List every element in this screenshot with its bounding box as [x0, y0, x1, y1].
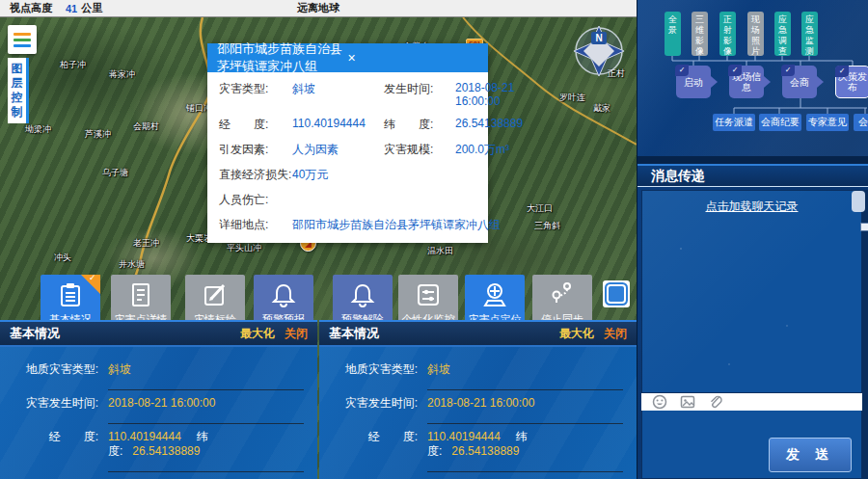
- field-value: 人为因素: [292, 142, 384, 158]
- app-window: 视点高度 41 公里 远离地球 S81 ◢ N 金紫乡柏子冲蒋家冲铺口冲坳梁冲芦…: [0, 0, 868, 479]
- view-status-bar: 视点高度 41 公里 远离地球: [0, 0, 637, 17]
- chat-history-area[interactable]: 点击加载聊天记录: [641, 190, 862, 393]
- map-place-label: 大江口: [527, 204, 553, 213]
- workflow-node-site-info[interactable]: ✓ 现场信息: [729, 66, 764, 98]
- popup-title: 邵阳市城步苗族自治县茅坪镇谭家冲八组: [217, 40, 346, 75]
- smiley-icon[interactable]: [652, 394, 667, 410]
- close-icon[interactable]: ×: [346, 50, 479, 66]
- box-select-button[interactable]: [603, 280, 630, 307]
- bell-icon: [349, 281, 376, 308]
- layer-chip-3d-image[interactable]: 三维影像: [692, 12, 708, 56]
- field-value: 40万元: [292, 167, 523, 183]
- message-panel-header: 消息传递: [637, 164, 868, 187]
- route-icon: [549, 281, 576, 308]
- message-panel-title: 消息传递: [651, 168, 705, 185]
- field-row: 引发因素: 1: [0, 472, 317, 479]
- map-place-label: 会期村: [133, 122, 159, 131]
- layer-chip-monitoring[interactable]: 应急监测: [801, 12, 818, 56]
- map-place-label: 老王冲: [133, 239, 159, 248]
- bell-icon: [270, 281, 297, 308]
- attachment-icon[interactable]: [708, 394, 723, 410]
- hamburger-icon: [14, 33, 31, 36]
- field-label: 人员伤亡:: [219, 192, 292, 208]
- layer-chip-ortho-image[interactable]: 正射影像: [719, 12, 736, 56]
- document-icon: [127, 281, 154, 308]
- select-area-icon: [609, 286, 624, 302]
- panel-header: 基本情况 最大化 关闭: [319, 322, 637, 347]
- active-check-badge: ✓: [81, 275, 100, 294]
- workflow-button-dispatch[interactable]: 任务派遣: [713, 114, 755, 131]
- chat-input-area[interactable]: 发 送: [641, 411, 862, 479]
- field-value: 2018-08-21 16:00:00: [455, 81, 523, 108]
- panel-body: 地质灾害类型: 斜坡 灾害发生时间: 2018-08-21 16:00:00 经…: [319, 347, 637, 479]
- field-label: 详细地点:: [219, 217, 292, 233]
- field-label: 灾害发生时间:: [0, 396, 108, 411]
- clipboard-icon: [57, 281, 84, 308]
- field-label: 经 度:: [319, 430, 427, 444]
- field-label: 纬 度:: [384, 117, 455, 133]
- map-place-label: 罗叶连: [559, 93, 585, 102]
- layer-chip-panorama[interactable]: 全景: [665, 12, 681, 56]
- field-value: 200.0万m³: [455, 142, 523, 158]
- load-chat-history-link[interactable]: 点击加载聊天记录: [642, 199, 861, 215]
- map-place-label: 井水塘: [119, 260, 145, 269]
- field-value: 2018-08-21 16:00:00: [427, 396, 623, 424]
- chat-scrollbar-track[interactable]: [862, 190, 868, 479]
- field-row: 灾害发生时间: 2018-08-21 16:00:00: [319, 390, 637, 424]
- field-label: 灾害规模:: [384, 142, 455, 158]
- panel-title: 基本情况: [10, 325, 240, 342]
- menu-button[interactable]: [8, 25, 37, 54]
- map-place-label: 戴家: [593, 104, 610, 113]
- workflow-button-consult[interactable]: 会商: [854, 114, 868, 131]
- field-row: 地质灾害类型: 斜坡: [319, 357, 637, 390]
- layer-chip-site-photo[interactable]: 现场照片: [747, 12, 764, 56]
- map-column: 视点高度 41 公里 远离地球 S81 ◢ N 金紫乡柏子冲蒋家冲铺口冲坳梁冲芦…: [0, 0, 637, 479]
- field-label: 引发因素:: [219, 142, 292, 158]
- layer-control-button[interactable]: 图层控制: [8, 58, 29, 123]
- check-icon: ✓: [781, 65, 795, 76]
- map-place-label: 坳梁冲: [25, 125, 51, 134]
- field-label: 灾害类型:: [219, 81, 292, 97]
- map-place-label: 冲头: [54, 253, 71, 262]
- basic-info-panel-right: 基本情况 最大化 关闭 地质灾害类型: 斜坡 灾害发生时间: 2018-08-2…: [319, 320, 637, 479]
- layer-chip-survey[interactable]: 应急调查: [774, 12, 791, 56]
- field-row: 经 度: 110.40194444纬 度:26.54138889: [0, 424, 317, 472]
- send-button[interactable]: 发 送: [769, 438, 852, 472]
- image-icon[interactable]: [680, 394, 695, 410]
- workflow-node-consultation[interactable]: ✓ 会商: [782, 66, 817, 98]
- compass-north-label: N: [595, 33, 602, 43]
- field-value: 110.40194444: [292, 117, 384, 130]
- sliders-icon: [415, 281, 442, 308]
- disaster-info-popup: 邵阳市城步苗族自治县茅坪镇谭家冲八组 × 灾害类型: 斜坡 发生时间: 2018…: [207, 43, 488, 243]
- check-icon: ✓: [675, 65, 689, 76]
- field-label: 经 度:: [0, 430, 108, 444]
- popup-title-bar[interactable]: 邵阳市城步苗族自治县茅坪镇谭家冲八组 ×: [207, 43, 488, 72]
- field-label: 地质灾害类型:: [319, 362, 427, 377]
- workflow-node-start[interactable]: ✓ 启动: [676, 66, 711, 98]
- field-value: 26.54138889: [455, 117, 523, 130]
- workflow-node-decision[interactable]: ✓ 决策发布: [835, 66, 868, 98]
- compass-icon[interactable]: N: [573, 25, 625, 77]
- map-place-label: 平头山冲: [227, 244, 261, 253]
- field-row: 地质灾害类型: 斜坡: [0, 357, 317, 390]
- panel-body: 地质灾害类型: 斜坡 灾害发生时间: 2018-08-21 16:00:00 经…: [0, 347, 317, 479]
- close-button[interactable]: 关闭: [285, 326, 308, 342]
- chat-scrollbar-thumb[interactable]: [852, 191, 865, 212]
- edit-icon: [202, 281, 229, 308]
- map-place-label: 芦溪冲: [85, 130, 111, 139]
- close-button[interactable]: 关闭: [604, 326, 627, 342]
- check-icon: ✓: [835, 66, 849, 77]
- panel-collapse-handle[interactable]: [860, 223, 868, 231]
- maximize-button[interactable]: 最大化: [240, 326, 275, 342]
- field-value: 斜坡: [108, 362, 304, 390]
- maximize-button[interactable]: 最大化: [559, 326, 594, 342]
- map-place-label: 柏子冲: [60, 61, 86, 69]
- location-icon: [481, 281, 508, 308]
- workflow-button-minutes[interactable]: 会商纪要: [759, 114, 801, 131]
- workflow-and-chat-column: 全景 三维影像 正射影像 现场照片 应急调查 应急监测 ✓ 启动 ✓ 现场信息 …: [637, 0, 868, 479]
- panel-title: 基本情况: [329, 325, 559, 342]
- field-value: 2018-08-21 16:00:00: [108, 396, 304, 424]
- basic-info-panel-left: 基本情况 最大化 关闭 地质灾害类型: 斜坡 灾害发生时间: 2018-08-2…: [0, 320, 317, 479]
- node-label: 会商: [790, 77, 809, 88]
- workflow-button-expert[interactable]: 专家意见: [806, 114, 849, 131]
